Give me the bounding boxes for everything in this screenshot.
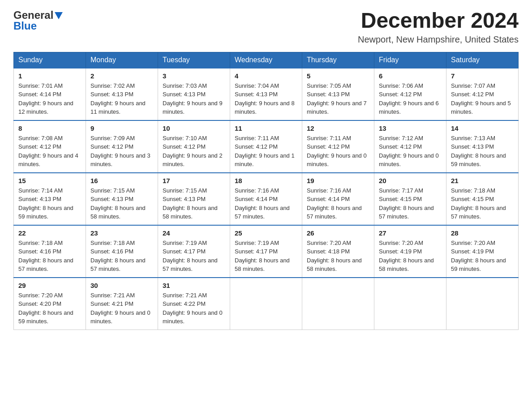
day-info: Sunrise: 7:20 AMSunset: 4:19 PMDaylight:… bbox=[379, 239, 442, 274]
day-number: 3 bbox=[163, 72, 225, 80]
day-info: Sunrise: 7:16 AMSunset: 4:14 PMDaylight:… bbox=[307, 186, 369, 221]
page-header: General Blue December 2024 Newport, New … bbox=[13, 9, 519, 45]
day-info: Sunrise: 7:08 AMSunset: 4:12 PMDaylight:… bbox=[18, 134, 81, 169]
calendar-cell: 30 Sunrise: 7:21 AMSunset: 4:21 PMDaylig… bbox=[86, 278, 158, 330]
day-info: Sunrise: 7:07 AMSunset: 4:12 PMDaylight:… bbox=[451, 81, 514, 116]
calendar-cell: 13 Sunrise: 7:12 AMSunset: 4:12 PMDaylig… bbox=[374, 120, 446, 173]
weekday-header-thursday: Thursday bbox=[302, 52, 374, 68]
day-info: Sunrise: 7:05 AMSunset: 4:13 PMDaylight:… bbox=[307, 81, 369, 116]
day-number: 8 bbox=[18, 124, 81, 132]
calendar-cell: 12 Sunrise: 7:11 AMSunset: 4:12 PMDaylig… bbox=[302, 120, 374, 173]
day-number: 15 bbox=[18, 177, 81, 184]
calendar-cell: 19 Sunrise: 7:16 AMSunset: 4:14 PMDaylig… bbox=[302, 173, 374, 225]
day-info: Sunrise: 7:06 AMSunset: 4:12 PMDaylight:… bbox=[379, 81, 442, 116]
calendar-cell bbox=[374, 278, 446, 330]
day-info: Sunrise: 7:20 AMSunset: 4:18 PMDaylight:… bbox=[307, 239, 369, 274]
weekday-header-wednesday: Wednesday bbox=[230, 52, 302, 68]
day-info: Sunrise: 7:17 AMSunset: 4:15 PMDaylight:… bbox=[379, 186, 442, 221]
day-info: Sunrise: 7:19 AMSunset: 4:17 PMDaylight:… bbox=[163, 239, 225, 274]
calendar-table: SundayMondayTuesdayWednesdayThursdayFrid… bbox=[13, 52, 519, 330]
calendar-cell: 25 Sunrise: 7:19 AMSunset: 4:17 PMDaylig… bbox=[230, 225, 302, 278]
day-info: Sunrise: 7:15 AMSunset: 4:13 PMDaylight:… bbox=[163, 186, 225, 221]
calendar-cell: 20 Sunrise: 7:17 AMSunset: 4:15 PMDaylig… bbox=[374, 173, 446, 225]
weekday-header-monday: Monday bbox=[86, 52, 158, 68]
calendar-cell: 15 Sunrise: 7:14 AMSunset: 4:13 PMDaylig… bbox=[14, 173, 86, 225]
calendar-cell: 1 Sunrise: 7:01 AMSunset: 4:14 PMDayligh… bbox=[14, 68, 86, 120]
day-info: Sunrise: 7:09 AMSunset: 4:12 PMDaylight:… bbox=[90, 134, 153, 169]
calendar-cell: 26 Sunrise: 7:20 AMSunset: 4:18 PMDaylig… bbox=[302, 225, 374, 278]
day-number: 30 bbox=[90, 282, 153, 289]
calendar-cell: 21 Sunrise: 7:18 AMSunset: 4:15 PMDaylig… bbox=[446, 173, 519, 225]
logo: General Blue bbox=[13, 9, 63, 32]
day-number: 28 bbox=[451, 229, 514, 237]
location-title: Newport, New Hampshire, United States bbox=[358, 34, 519, 45]
day-info: Sunrise: 7:21 AMSunset: 4:22 PMDaylight:… bbox=[163, 291, 225, 326]
calendar-cell: 23 Sunrise: 7:18 AMSunset: 4:16 PMDaylig… bbox=[86, 225, 158, 278]
day-info: Sunrise: 7:11 AMSunset: 4:12 PMDaylight:… bbox=[235, 134, 297, 169]
day-number: 12 bbox=[307, 124, 369, 132]
calendar-cell: 22 Sunrise: 7:18 AMSunset: 4:16 PMDaylig… bbox=[14, 225, 86, 278]
week-row-1: 1 Sunrise: 7:01 AMSunset: 4:14 PMDayligh… bbox=[14, 68, 519, 120]
calendar-cell: 7 Sunrise: 7:07 AMSunset: 4:12 PMDayligh… bbox=[446, 68, 519, 120]
weekday-header-tuesday: Tuesday bbox=[158, 52, 230, 68]
day-info: Sunrise: 7:01 AMSunset: 4:14 PMDaylight:… bbox=[18, 81, 81, 116]
week-row-5: 29 Sunrise: 7:20 AMSunset: 4:20 PMDaylig… bbox=[14, 278, 519, 330]
calendar-cell: 6 Sunrise: 7:06 AMSunset: 4:12 PMDayligh… bbox=[374, 68, 446, 120]
day-info: Sunrise: 7:10 AMSunset: 4:12 PMDaylight:… bbox=[163, 134, 225, 169]
day-number: 1 bbox=[18, 72, 81, 80]
calendar-cell: 18 Sunrise: 7:16 AMSunset: 4:14 PMDaylig… bbox=[230, 173, 302, 225]
day-info: Sunrise: 7:18 AMSunset: 4:15 PMDaylight:… bbox=[451, 186, 514, 221]
calendar-cell: 29 Sunrise: 7:20 AMSunset: 4:20 PMDaylig… bbox=[14, 278, 86, 330]
day-number: 16 bbox=[90, 177, 153, 184]
day-info: Sunrise: 7:03 AMSunset: 4:13 PMDaylight:… bbox=[163, 81, 225, 116]
day-number: 14 bbox=[451, 124, 514, 132]
day-info: Sunrise: 7:13 AMSunset: 4:13 PMDaylight:… bbox=[451, 134, 514, 169]
day-info: Sunrise: 7:21 AMSunset: 4:21 PMDaylight:… bbox=[90, 291, 153, 326]
day-info: Sunrise: 7:20 AMSunset: 4:19 PMDaylight:… bbox=[451, 239, 514, 274]
day-number: 5 bbox=[307, 72, 369, 80]
calendar-cell: 17 Sunrise: 7:15 AMSunset: 4:13 PMDaylig… bbox=[158, 173, 230, 225]
calendar-cell bbox=[446, 278, 519, 330]
day-number: 23 bbox=[90, 229, 153, 237]
day-number: 11 bbox=[235, 124, 297, 132]
day-number: 18 bbox=[235, 177, 297, 184]
day-info: Sunrise: 7:04 AMSunset: 4:13 PMDaylight:… bbox=[235, 81, 297, 116]
day-info: Sunrise: 7:16 AMSunset: 4:14 PMDaylight:… bbox=[235, 186, 297, 221]
weekday-header-friday: Friday bbox=[374, 52, 446, 68]
day-number: 31 bbox=[163, 282, 225, 289]
calendar-cell: 9 Sunrise: 7:09 AMSunset: 4:12 PMDayligh… bbox=[86, 120, 158, 173]
day-number: 25 bbox=[235, 229, 297, 237]
weekday-header-sunday: Sunday bbox=[14, 52, 86, 68]
day-info: Sunrise: 7:18 AMSunset: 4:16 PMDaylight:… bbox=[18, 239, 81, 274]
day-number: 27 bbox=[379, 229, 442, 237]
day-number: 19 bbox=[307, 177, 369, 184]
day-number: 21 bbox=[451, 177, 514, 184]
calendar-cell: 8 Sunrise: 7:08 AMSunset: 4:12 PMDayligh… bbox=[14, 120, 86, 173]
day-number: 24 bbox=[163, 229, 225, 237]
calendar-cell: 28 Sunrise: 7:20 AMSunset: 4:19 PMDaylig… bbox=[446, 225, 519, 278]
day-info: Sunrise: 7:15 AMSunset: 4:13 PMDaylight:… bbox=[90, 186, 153, 221]
calendar-cell: 31 Sunrise: 7:21 AMSunset: 4:22 PMDaylig… bbox=[158, 278, 230, 330]
calendar-cell: 27 Sunrise: 7:20 AMSunset: 4:19 PMDaylig… bbox=[374, 225, 446, 278]
day-number: 6 bbox=[379, 72, 442, 80]
day-number: 22 bbox=[18, 229, 81, 237]
day-info: Sunrise: 7:11 AMSunset: 4:12 PMDaylight:… bbox=[307, 134, 369, 169]
day-number: 10 bbox=[163, 124, 225, 132]
day-number: 7 bbox=[451, 72, 514, 80]
calendar-cell bbox=[302, 278, 374, 330]
weekday-header-row: SundayMondayTuesdayWednesdayThursdayFrid… bbox=[14, 52, 519, 68]
calendar-cell: 4 Sunrise: 7:04 AMSunset: 4:13 PMDayligh… bbox=[230, 68, 302, 120]
day-number: 26 bbox=[307, 229, 369, 237]
day-number: 2 bbox=[90, 72, 153, 80]
day-number: 13 bbox=[379, 124, 442, 132]
day-info: Sunrise: 7:18 AMSunset: 4:16 PMDaylight:… bbox=[90, 239, 153, 274]
calendar-cell: 5 Sunrise: 7:05 AMSunset: 4:13 PMDayligh… bbox=[302, 68, 374, 120]
calendar-cell: 10 Sunrise: 7:10 AMSunset: 4:12 PMDaylig… bbox=[158, 120, 230, 173]
day-number: 9 bbox=[90, 124, 153, 132]
calendar-cell: 2 Sunrise: 7:02 AMSunset: 4:13 PMDayligh… bbox=[86, 68, 158, 120]
calendar-cell: 3 Sunrise: 7:03 AMSunset: 4:13 PMDayligh… bbox=[158, 68, 230, 120]
day-info: Sunrise: 7:12 AMSunset: 4:12 PMDaylight:… bbox=[379, 134, 442, 169]
weekday-header-saturday: Saturday bbox=[446, 52, 519, 68]
calendar-cell: 14 Sunrise: 7:13 AMSunset: 4:13 PMDaylig… bbox=[446, 120, 519, 173]
week-row-4: 22 Sunrise: 7:18 AMSunset: 4:16 PMDaylig… bbox=[14, 225, 519, 278]
